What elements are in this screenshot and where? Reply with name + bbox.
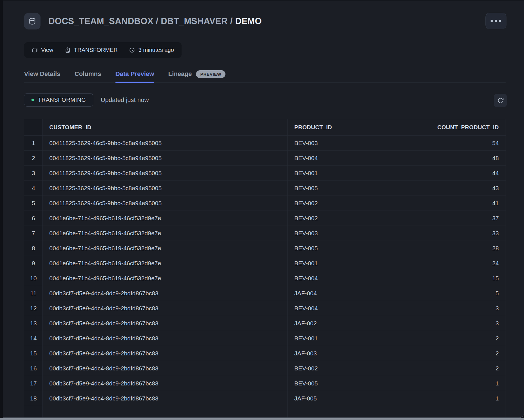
cell-product-id[interactable]: BEV-002 <box>288 211 378 226</box>
cell-customer-id[interactable]: 00411825-3629-46c5-9bbc-5c8a94e95005 <box>43 151 288 166</box>
cell-count-product-id[interactable]: 3 <box>378 316 506 331</box>
meta-time-label: 3 minutes ago <box>138 47 174 53</box>
cell-count-product-id[interactable]: 37 <box>378 211 506 226</box>
cell-count-product-id[interactable]: 15 <box>378 271 506 286</box>
cell-product-id[interactable]: JAF-002 <box>288 316 378 331</box>
table-row: 3 00411825-3629-46c5-9bbc-5c8a94e95005 B… <box>24 166 506 181</box>
status-label: TRANSFORMING <box>38 97 86 103</box>
row-number[interactable]: 10 <box>24 271 43 286</box>
cell-product-id[interactable]: BEV-001 <box>288 256 378 271</box>
cell-count-product-id[interactable]: 54 <box>378 136 506 150</box>
cell-count-product-id[interactable]: 3 <box>378 301 506 316</box>
table-row: 18 00db3cf7-d5e9-4dc4-8dc9-2bdfd867bc83 … <box>24 391 506 406</box>
cell-count-product-id[interactable]: 28 <box>378 241 506 256</box>
cell-product-id[interactable]: BEV-003 <box>288 226 378 241</box>
meta-badge-bar: View TRANSFORMER 3 minutes ago <box>24 42 182 58</box>
cell-product-id[interactable]: JAF-005 <box>288 391 378 406</box>
ellipsis-icon <box>491 20 493 22</box>
tab-data-preview[interactable]: Data Preview <box>115 70 154 78</box>
table-row: 17 00db3cf7-d5e9-4dc4-8dc9-2bdfd867bc83 … <box>24 376 506 391</box>
column-header-product-id[interactable]: PRODUCT_ID <box>288 119 378 135</box>
row-number[interactable]: 5 <box>24 196 43 211</box>
row-number[interactable]: 11 <box>24 286 43 301</box>
cell-product-id[interactable]: BEV-001 <box>288 331 378 346</box>
table-row: 10 0041e6be-71b4-4965-b619-46cf532d9e7e … <box>24 271 506 286</box>
more-options-button[interactable] <box>485 13 506 29</box>
clock-icon <box>129 47 135 53</box>
row-number[interactable]: 13 <box>24 316 43 331</box>
cell-customer-id[interactable]: 00db3cf7-d5e9-4dc4-8dc9-2bdfd867bc83 <box>43 376 288 391</box>
cell-count-product-id[interactable]: 33 <box>378 226 506 241</box>
cell-count-product-id[interactable]: 5 <box>378 286 506 301</box>
cell-product-id[interactable]: BEV-004 <box>288 151 378 166</box>
cell-customer-id[interactable]: 00db3cf7-d5e9-4dc4-8dc9-2bdfd867bc83 <box>43 391 288 406</box>
cell-customer-id[interactable]: 00411825-3629-46c5-9bbc-5c8a94e95005 <box>43 181 288 196</box>
cell-customer-id[interactable]: 00db3cf7-d5e9-4dc4-8dc9-2bdfd867bc83 <box>43 286 288 301</box>
row-number[interactable]: 17 <box>24 376 43 391</box>
row-number[interactable]: 1 <box>24 136 43 150</box>
cell-count-product-id[interactable]: 24 <box>378 256 506 271</box>
id-badge-icon <box>65 47 71 53</box>
cell-count-product-id[interactable]: 1 <box>378 391 506 406</box>
cell-product-id[interactable]: BEV-002 <box>288 361 378 376</box>
column-header-customer-id[interactable]: CUSTOMER_ID <box>43 119 288 135</box>
table-row: 14 00db3cf7-d5e9-4dc4-8dc9-2bdfd867bc83 … <box>24 331 506 346</box>
row-number[interactable]: 15 <box>24 346 43 361</box>
cell-customer-id[interactable]: 00db3cf7-d5e9-4dc4-8dc9-2bdfd867bc83 <box>43 361 288 376</box>
cell-customer-id[interactable]: 0041e6be-71b4-4965-b619-46cf532d9e7e <box>43 271 288 286</box>
tab-lineage[interactable]: Lineage PREVIEW <box>168 70 225 78</box>
cell-customer-id[interactable]: 00db3cf7-d5e9-4dc4-8dc9-2bdfd867bc83 <box>43 346 288 361</box>
row-number[interactable]: 12 <box>24 301 43 316</box>
tab-view-details[interactable]: View Details <box>24 70 60 78</box>
cell-customer-id[interactable]: 00db3cf7-d5e9-4dc4-8dc9-2bdfd867bc83 <box>43 331 288 346</box>
table-row: 2 00411825-3629-46c5-9bbc-5c8a94e95005 B… <box>24 151 506 166</box>
cell-product-id[interactable]: BEV-001 <box>288 166 378 181</box>
cell-customer-id[interactable]: 00db3cf7-d5e9-4dc4-8dc9-2bdfd867bc83 <box>43 316 288 331</box>
row-number[interactable]: 2 <box>24 151 43 166</box>
cell-count-product-id[interactable]: 2 <box>378 361 506 376</box>
tab-columns[interactable]: Columns <box>74 70 101 78</box>
cell-customer-id[interactable]: 0041e6be-71b4-4965-b619-46cf532d9e7e <box>43 241 288 256</box>
status-badge: TRANSFORMING <box>24 93 93 107</box>
table-view-icon <box>32 47 38 53</box>
row-number[interactable]: 18 <box>24 391 43 406</box>
cell-product-id[interactable]: BEV-003 <box>288 136 378 150</box>
table-row: 4 00411825-3629-46c5-9bbc-5c8a94e95005 B… <box>24 181 506 196</box>
cell-product-id[interactable]: JAF-004 <box>288 286 378 301</box>
cell-product-id[interactable]: JAF-003 <box>288 346 378 361</box>
row-number[interactable]: 16 <box>24 361 43 376</box>
cell-customer-id[interactable]: 00411825-3629-46c5-9bbc-5c8a94e95005 <box>43 166 288 181</box>
cell-count-product-id[interactable]: 48 <box>378 151 506 166</box>
row-number[interactable]: 9 <box>24 256 43 271</box>
horizontal-scrollbar[interactable] <box>0 418 524 420</box>
cell-customer-id[interactable]: 0041e6be-71b4-4965-b619-46cf532d9e7e <box>43 211 288 226</box>
cell-product-id[interactable]: BEV-005 <box>288 181 378 196</box>
table-row: 5 00411825-3629-46c5-9bbc-5c8a94e95005 B… <box>24 196 506 211</box>
refresh-icon <box>497 97 504 104</box>
cell-product-id[interactable]: BEV-005 <box>288 241 378 256</box>
table-row: 11 00db3cf7-d5e9-4dc4-8dc9-2bdfd867bc83 … <box>24 286 506 301</box>
cell-product-id[interactable]: BEV-004 <box>288 271 378 286</box>
cell-customer-id[interactable]: 00db3cf7-d5e9-4dc4-8dc9-2bdfd867bc83 <box>43 301 288 316</box>
cell-count-product-id[interactable]: 2 <box>378 346 506 361</box>
cell-customer-id[interactable]: 0041e6be-71b4-4965-b619-46cf532d9e7e <box>43 256 288 271</box>
row-number[interactable]: 4 <box>24 181 43 196</box>
cell-count-product-id[interactable]: 1 <box>378 376 506 391</box>
cell-customer-id[interactable]: 00411825-3629-46c5-9bbc-5c8a94e95005 <box>43 196 288 211</box>
row-number[interactable]: 7 <box>24 226 43 241</box>
row-number[interactable]: 14 <box>24 331 43 346</box>
cell-count-product-id[interactable]: 2 <box>378 331 506 346</box>
column-header-count-product-id[interactable]: COUNT_PRODUCT_ID <box>378 119 506 135</box>
row-number[interactable]: 3 <box>24 166 43 181</box>
cell-count-product-id[interactable]: 41 <box>378 196 506 211</box>
refresh-button[interactable] <box>494 94 507 107</box>
cell-count-product-id[interactable]: 43 <box>378 181 506 196</box>
cell-customer-id[interactable]: 0041e6be-71b4-4965-b619-46cf532d9e7e <box>43 226 288 241</box>
cell-product-id[interactable]: BEV-004 <box>288 301 378 316</box>
cell-product-id[interactable]: BEV-002 <box>288 196 378 211</box>
cell-product-id[interactable]: BEV-005 <box>288 376 378 391</box>
cell-customer-id[interactable]: 00411825-3629-46c5-9bbc-5c8a94e95005 <box>43 136 288 150</box>
cell-count-product-id[interactable]: 44 <box>378 166 506 181</box>
row-number[interactable]: 6 <box>24 211 43 226</box>
row-number[interactable]: 8 <box>24 241 43 256</box>
